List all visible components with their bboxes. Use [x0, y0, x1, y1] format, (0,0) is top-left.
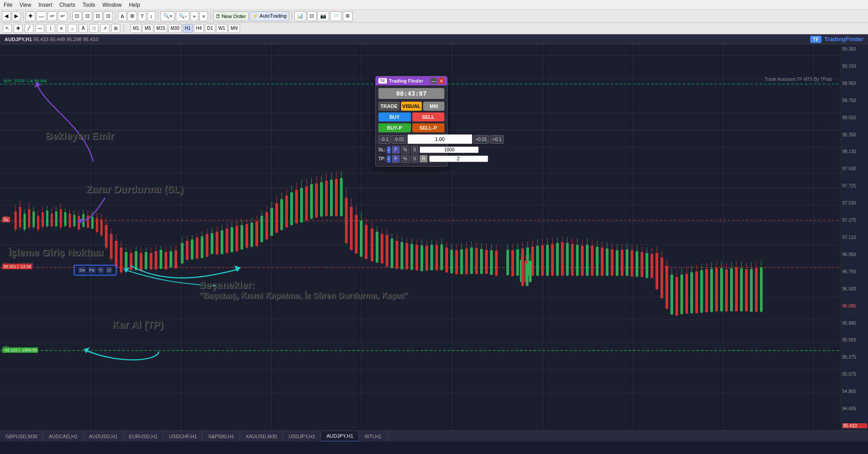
tf-w1[interactable]: W1: [216, 24, 227, 33]
menu-insert[interactable]: Insert: [35, 2, 56, 8]
widget-close-button[interactable]: ✕: [438, 78, 444, 84]
trade-opt-cl[interactable]: Cl: [106, 267, 113, 273]
toolbar-chart-btn4[interactable]: ⊡: [104, 11, 113, 21]
widget-buy-btn[interactable]: BUY: [378, 112, 411, 122]
trade-opt-pa[interactable]: Pa: [88, 267, 96, 273]
tab-usdjpy-h1[interactable]: USDJPY,H1: [283, 431, 321, 442]
tab-audcad-h1[interactable]: AUDCAD,H1: [43, 431, 84, 442]
sl-checkbox[interactable]: ✓: [387, 146, 391, 154]
tf-text[interactable]: A: [79, 24, 88, 33]
widget-visual-btn[interactable]: VISUAL: [401, 102, 422, 111]
menu-bar: File View Insert Charts Tools Window Hel…: [0, 0, 868, 10]
sl-value-input[interactable]: [420, 146, 479, 153]
toolbar-undo[interactable]: ↩: [47, 11, 57, 21]
toolbar-chart-btn1[interactable]: ⊡: [72, 11, 82, 21]
toolbar-redo[interactable]: ↩: [58, 11, 67, 21]
widget-sell-p-btn[interactable]: SELL-P: [412, 123, 445, 132]
menu-view[interactable]: View: [16, 2, 35, 8]
tf-expand[interactable]: ⊞: [111, 24, 120, 33]
tf-hline[interactable]: —: [35, 24, 44, 33]
tf-m30[interactable]: M30: [168, 24, 181, 33]
widget-logo-badge: TF: [378, 78, 387, 84]
tab-usdchf-h1[interactable]: USDCHF,H1: [164, 431, 203, 442]
sl-mode-pct[interactable]: %: [401, 146, 410, 154]
chart-area[interactable]: 99.350 99.150 98.950 98.750 98.550 98.35…: [0, 44, 868, 431]
tf-arrow[interactable]: ↗: [100, 24, 109, 33]
toolbar-text[interactable]: A: [118, 11, 127, 21]
tf-channel[interactable]: ⟂: [68, 24, 77, 33]
tab-eurusd-h1[interactable]: EURUSD,H1: [123, 431, 164, 442]
toolbar-screenshot[interactable]: 📷: [317, 11, 329, 21]
trade-opt-tr[interactable]: Tr: [98, 267, 104, 273]
lot-plus01[interactable]: +0.1: [490, 135, 504, 144]
tp-mode-s[interactable]: S: [411, 155, 419, 163]
lot-minus001[interactable]: -0.01: [392, 135, 406, 144]
toolbar-settings[interactable]: ⚙: [343, 11, 353, 21]
toolbar-times[interactable]: ×: [199, 11, 208, 21]
tf-crosshair[interactable]: ✚: [14, 24, 23, 33]
tab-audjpy-h1[interactable]: AUDJPY,H1: [321, 431, 359, 442]
toolbar-trendline[interactable]: T: [138, 11, 146, 21]
tab-xauusd-m30[interactable]: XAUUSD,M30: [240, 431, 283, 442]
bottom-tabs: GBPUSD,M30 AUDCAD,H1 AUDUSD,H1 EURUSD,H1…: [0, 431, 868, 441]
menu-help[interactable]: Help: [125, 2, 144, 8]
widget-mm-btn[interactable]: MM: [423, 102, 444, 111]
tp-checkbox[interactable]: ✓: [387, 155, 391, 163]
lot-minus01[interactable]: -0.1: [378, 135, 391, 144]
toolbar-back[interactable]: ◀: [2, 11, 11, 21]
sl-mode-s[interactable]: S: [411, 146, 419, 154]
lot-plus001[interactable]: +0.01: [473, 135, 489, 144]
toolbar-chart-type[interactable]: 📊: [294, 11, 306, 21]
menu-window[interactable]: Window: [99, 2, 126, 8]
price-97110: 97.110: [842, 235, 867, 240]
tab-sp500-h1[interactable]: S&P500,H1: [203, 431, 240, 442]
tf-m15[interactable]: M15: [154, 24, 167, 33]
toolbar-line[interactable]: —: [36, 11, 47, 21]
tp-mode-r[interactable]: R: [420, 155, 427, 163]
price-94665: 94.665: [842, 406, 867, 411]
tp-mode-pct[interactable]: %: [401, 155, 410, 163]
menu-file[interactable]: File: [0, 2, 16, 8]
tf-cursor[interactable]: ↖: [3, 24, 12, 33]
tf-m5[interactable]: M5: [142, 24, 153, 33]
menu-tools[interactable]: Tools: [79, 2, 99, 8]
toolbar-email[interactable]: 📨: [330, 11, 342, 21]
toolbar-forward[interactable]: ▶: [12, 11, 21, 21]
tf-h1[interactable]: H1: [183, 24, 193, 33]
tb-sep1: [23, 12, 24, 21]
lot-input[interactable]: [407, 134, 472, 144]
widget-trade-btn[interactable]: TRADE: [378, 102, 400, 111]
tp-value-input[interactable]: [429, 155, 488, 162]
tf-vline[interactable]: |: [46, 24, 55, 33]
toolbar-chart-btn3[interactable]: ⊡: [93, 11, 103, 21]
tf-mn[interactable]: MN: [228, 24, 240, 33]
widget-buy-p-btn[interactable]: BUY-P: [378, 123, 411, 132]
toolbar-chart-btn2[interactable]: ⊡: [83, 11, 92, 21]
toolbar-cross[interactable]: ✚: [26, 11, 35, 21]
toolbar-scale[interactable]: ↕: [147, 11, 156, 21]
tab-gbpusd-m30[interactable]: GBPUSD,M30: [0, 431, 43, 442]
toolbar-zoom-out[interactable]: 🔍-: [176, 11, 189, 21]
widget-minimize-button[interactable]: —: [430, 78, 437, 84]
tf-rect[interactable]: □: [90, 24, 99, 33]
new-order-button[interactable]: 🗒 New Order: [213, 11, 249, 21]
chart-symbol-label: AUDJPY,H1: [5, 37, 32, 42]
toolbar-misc1[interactable]: ⊡: [307, 11, 316, 21]
tf-m1[interactable]: M1: [131, 24, 142, 33]
sl-mode-p[interactable]: P: [392, 146, 400, 154]
menu-charts[interactable]: Charts: [56, 2, 79, 8]
tp-mode-p[interactable]: P: [392, 155, 400, 163]
toolbar-plus[interactable]: +: [190, 11, 198, 21]
toolbar-zoom-in[interactable]: 🔍+: [160, 11, 175, 21]
tf-fib[interactable]: ≡: [57, 24, 66, 33]
tab-audusd-h1[interactable]: AUDUSD,H1: [84, 431, 124, 442]
tf-line[interactable]: ╱: [24, 24, 33, 33]
trade-opt-de[interactable]: De: [78, 267, 86, 273]
auto-trading-button[interactable]: ⚡ AutoTrading: [250, 11, 289, 21]
trade-options-box[interactable]: De Pa Tr Cl: [74, 265, 117, 276]
tab-wti-h1[interactable]: WTI,H1: [359, 431, 387, 442]
widget-sell-btn[interactable]: SELL: [412, 112, 445, 122]
tf-h4[interactable]: H4: [194, 24, 204, 33]
toolbar-grid[interactable]: ⊞: [127, 11, 137, 21]
tf-d1[interactable]: D1: [205, 24, 215, 33]
